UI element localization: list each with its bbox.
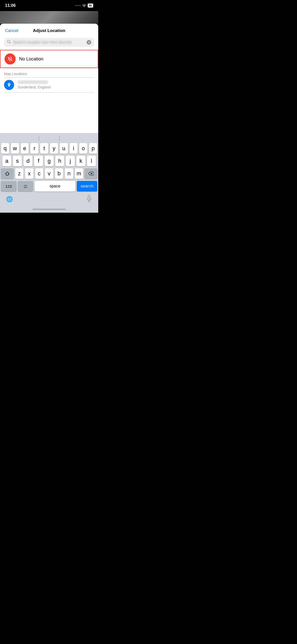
svg-line-1	[10, 43, 11, 44]
cursor-line-1	[39, 136, 39, 141]
key-e[interactable]: e	[21, 143, 29, 154]
no-location-label: No Location	[19, 56, 43, 62]
wifi-icon	[82, 4, 86, 8]
location-sub: Sunderland, England	[18, 85, 51, 89]
key-j[interactable]: j	[66, 156, 75, 166]
search-icon	[7, 40, 11, 45]
signal-icon	[75, 5, 81, 6]
location-pin-icon	[4, 80, 14, 90]
map-locations-section-header: Map Locations	[0, 68, 98, 77]
key-i[interactable]: i	[70, 143, 78, 154]
key-v[interactable]: v	[45, 168, 53, 179]
status-time: 11:06	[5, 3, 16, 8]
space-key[interactable]: space	[35, 181, 75, 191]
status-bar: 11:06 95	[0, 0, 98, 11]
key-r[interactable]: r	[30, 143, 39, 154]
photo-background	[0, 11, 98, 24]
key-row-1: q w e r t y u i o p	[1, 143, 97, 154]
cancel-button[interactable]: Cancel	[5, 28, 18, 33]
key-c[interactable]: c	[35, 168, 43, 179]
microphone-icon[interactable]	[86, 195, 92, 204]
location-name-blurred	[18, 80, 48, 84]
no-location-icon	[5, 53, 16, 65]
delete-key[interactable]	[85, 168, 97, 179]
home-bar	[33, 209, 65, 210]
key-h[interactable]: h	[55, 156, 64, 166]
keyboard-area: q w e r t y u i o p a s d f g h j k l	[0, 133, 98, 213]
shift-key[interactable]	[1, 168, 14, 179]
search-input[interactable]: Search location text here blurred	[13, 40, 85, 45]
key-m[interactable]: m	[75, 168, 83, 179]
key-w[interactable]: w	[11, 143, 19, 154]
status-icons: 95	[75, 4, 93, 8]
key-q[interactable]: q	[1, 143, 9, 154]
battery-indicator: 95	[88, 4, 93, 8]
key-n[interactable]: n	[65, 168, 73, 179]
key-f[interactable]: f	[34, 156, 43, 166]
key-o[interactable]: o	[79, 143, 87, 154]
key-row-3: z x c v b n m	[1, 168, 97, 179]
emoji-key[interactable]: ☺	[18, 181, 33, 191]
svg-rect-7	[88, 195, 90, 199]
key-g[interactable]: g	[45, 156, 54, 166]
cursor-line-2	[59, 136, 59, 141]
key-p[interactable]: p	[89, 143, 97, 154]
numeric-key[interactable]: 123	[1, 181, 16, 191]
key-y[interactable]: y	[50, 143, 58, 154]
keyboard-rows: q w e r t y u i o p a s d f g h j k l	[0, 142, 98, 191]
key-k[interactable]: k	[76, 156, 85, 166]
search-bar[interactable]: Search location text here blurred	[4, 38, 94, 47]
search-container: Search location text here blurred	[0, 36, 98, 50]
key-row-2: a s d f g h j k l	[1, 156, 97, 166]
battery-level: 95	[88, 4, 93, 8]
divider-3	[4, 92, 94, 93]
key-a[interactable]: a	[2, 156, 11, 166]
modal-title: Adjust Location	[33, 28, 65, 33]
search-clear-button[interactable]	[87, 40, 91, 45]
key-x[interactable]: x	[25, 168, 33, 179]
modal-header: Cancel Adjust Location	[0, 24, 98, 36]
key-d[interactable]: d	[23, 156, 32, 166]
svg-point-4	[9, 84, 10, 85]
key-row-4: 123 ☺ space search	[1, 181, 97, 191]
location-text: Sunderland, England	[18, 80, 94, 89]
key-t[interactable]: t	[40, 143, 48, 154]
key-l[interactable]: l	[87, 156, 96, 166]
key-b[interactable]: b	[55, 168, 63, 179]
key-z[interactable]: z	[15, 168, 23, 179]
globe-icon[interactable]: 🌐	[6, 196, 13, 203]
home-indicator	[0, 206, 98, 213]
no-location-item[interactable]: No Location	[0, 50, 98, 68]
key-s[interactable]: s	[13, 156, 22, 166]
location-item[interactable]: Sunderland, England	[0, 77, 98, 92]
keyboard-top-bar	[0, 133, 98, 142]
keyboard-bottom-bar: 🌐	[0, 194, 98, 206]
search-key[interactable]: search	[77, 181, 97, 191]
key-u[interactable]: u	[60, 143, 68, 154]
